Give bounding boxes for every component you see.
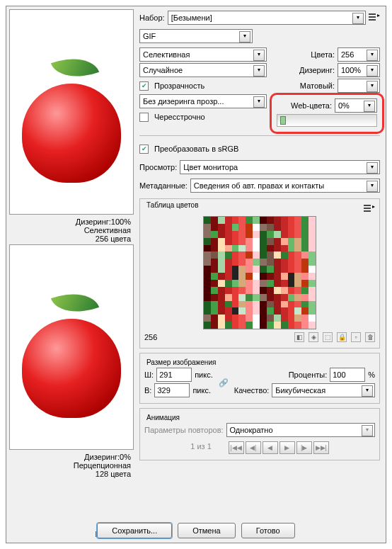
preset-menu-icon[interactable]	[369, 13, 380, 22]
save-button[interactable]: Сохранить...	[97, 523, 172, 538]
colors-select[interactable]: 256	[338, 47, 380, 62]
preview-panel: Дизеринг:100% Селективная 256 цвета Дизе…	[6, 6, 137, 543]
preview-bottom-info: Дизеринг:0% Перцепционная 128 цвета	[9, 451, 134, 480]
trans-dither-select[interactable]: Без дизеринга прозр...	[139, 94, 267, 108]
preview-label: Просмотр:	[139, 163, 177, 171]
matte-label: Матовый:	[274, 81, 335, 90]
colors-label: Цвета:	[274, 50, 335, 59]
metadata-select[interactable]: Сведения об авт. правах и контакты	[190, 179, 380, 193]
animation-title: Анимация	[144, 414, 182, 421]
play-back-button[interactable]: ◀	[263, 441, 278, 454]
preview-top-info: Дизеринг:100% Селективная 256 цвета	[9, 216, 134, 244]
link-icon[interactable]: 🔗	[219, 378, 229, 387]
color-table-menu-icon[interactable]	[364, 205, 375, 213]
color-table-title: Таблица цветов	[144, 201, 201, 209]
srgb-checkbox[interactable]: ✔	[139, 145, 149, 154]
quality-label: Качество:	[234, 386, 270, 395]
format-select[interactable]: GIF	[139, 29, 253, 43]
web-slider[interactable]	[277, 114, 377, 127]
done-button[interactable]: Готово	[241, 523, 295, 538]
settings-panel: Набор: [Безымени] GIF Селективная Случай…	[137, 6, 386, 543]
web-label: Web-цвета:	[277, 101, 332, 110]
interlaced-checkbox[interactable]	[139, 113, 149, 122]
preview-top[interactable]	[9, 9, 134, 215]
repeat-select[interactable]: Однократно	[226, 423, 375, 437]
transparency-checkbox[interactable]: ✔	[139, 81, 149, 91]
ct-icon-trash[interactable]: 🗑	[365, 332, 375, 342]
transparency-label: Прозрачность	[154, 81, 204, 90]
color-count: 256	[144, 333, 157, 341]
percent-label: Проценты:	[234, 370, 327, 379]
ct-icon-3[interactable]: ⬚	[323, 332, 333, 342]
height-input[interactable]: 329	[154, 383, 190, 397]
repeat-label: Параметры повторов:	[144, 426, 224, 434]
interlaced-label: Чересстрочно	[154, 113, 205, 121]
next-frame-button[interactable]: |▶	[296, 441, 312, 454]
color-table[interactable]	[203, 216, 316, 329]
preset-label: Набор:	[139, 13, 165, 22]
preview-select[interactable]: Цвет монитора	[180, 160, 380, 174]
width-input[interactable]: 291	[156, 368, 192, 382]
color-table-tools: ◧ ◈ ⬚ 🔒 ▫ 🗑	[294, 332, 375, 342]
dither-select[interactable]: Случайное	[139, 63, 267, 77]
dithering-select[interactable]: 100%	[338, 63, 380, 77]
srgb-label: Преобразовать в sRGB	[154, 145, 238, 153]
color-table-section: Таблица цветов 256 ◧ ◈ ⬚ 🔒 ▫ 🗑	[139, 198, 380, 349]
metadata-label: Метаданные:	[139, 181, 188, 190]
image-size-title: Размер изображения	[144, 358, 218, 366]
dithering-label: Дизеринг:	[274, 66, 335, 74]
reduction-select[interactable]: Селективная	[139, 47, 267, 62]
h-label: В:	[144, 386, 151, 395]
frame-indicator: 1 из 1	[190, 442, 212, 451]
first-frame-button[interactable]: |◀◀	[229, 441, 244, 454]
ct-icon-lock[interactable]: 🔒	[337, 332, 347, 342]
animation-section: Анимация Параметры повторов:Однократно 1…	[139, 408, 380, 460]
matte-select[interactable]	[338, 79, 380, 93]
percent-input[interactable]: 100	[330, 368, 365, 382]
image-size-section: Размер изображения Ш:291пикс. В:329пикс.…	[139, 353, 380, 404]
ct-icon-new[interactable]: ▫	[351, 332, 361, 342]
quality-select[interactable]: Бикубическая	[272, 383, 375, 397]
dialog-footer: Сохранить... Отмена Готово	[6, 523, 386, 538]
w-label: Ш:	[144, 370, 154, 379]
preview-bottom[interactable]	[9, 244, 134, 450]
last-frame-button[interactable]: ▶▶|	[313, 441, 329, 454]
web-select[interactable]: 0%	[335, 98, 377, 113]
ct-icon-2[interactable]: ◈	[309, 332, 318, 342]
cancel-button[interactable]: Отмена	[178, 523, 235, 538]
preset-select[interactable]: [Безымени]	[168, 11, 366, 25]
ct-icon-1[interactable]: ◧	[294, 332, 304, 342]
prev-frame-button[interactable]: ◀|	[246, 441, 261, 454]
play-button[interactable]: ▶	[279, 441, 295, 454]
